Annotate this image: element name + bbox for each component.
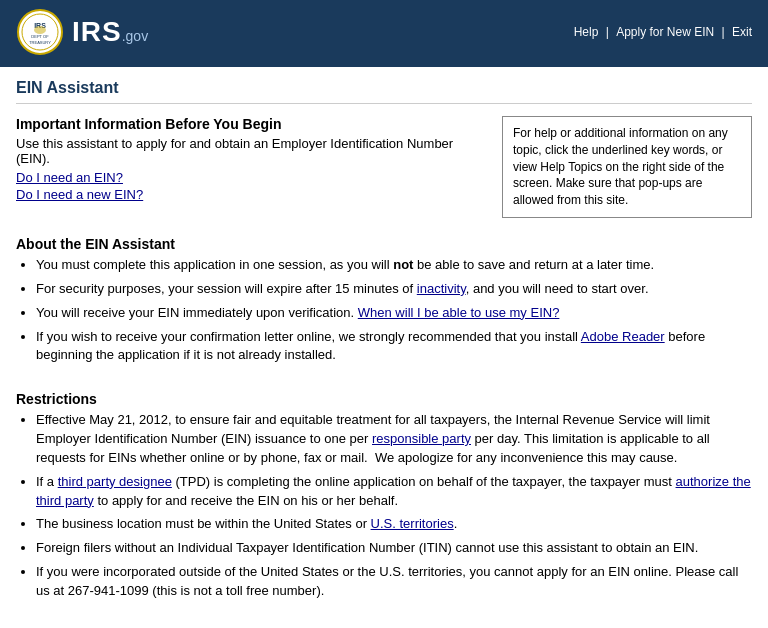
svg-text:DEPT OF: DEPT OF bbox=[31, 34, 49, 39]
gov-text: .gov bbox=[122, 28, 148, 44]
header: IRS DEPT OF TREASURY IRS.gov Help | Appl… bbox=[0, 0, 768, 64]
apply-ein-link[interactable]: Apply for New EIN bbox=[616, 25, 714, 39]
list-item: For security purposes, your session will… bbox=[36, 280, 752, 299]
list-item: The business location must be within the… bbox=[36, 515, 752, 534]
us-territories-link[interactable]: U.S. territories bbox=[371, 516, 454, 531]
svg-text:TREASURY: TREASURY bbox=[29, 40, 51, 45]
inactivity-link[interactable]: inactivity bbox=[417, 281, 466, 296]
irs-logo-text: IRS bbox=[72, 16, 122, 47]
list-item: If a third party designee (TPD) is compl… bbox=[36, 473, 752, 511]
list-item: If you were incorporated outside of the … bbox=[36, 563, 752, 601]
header-nav: Help | Apply for New EIN | Exit bbox=[574, 25, 752, 39]
irs-seal-icon: IRS DEPT OF TREASURY bbox=[16, 8, 64, 56]
list-item: Effective May 21, 2012, to ensure fair a… bbox=[36, 411, 752, 468]
important-section: Important Information Before You Begin U… bbox=[16, 116, 482, 202]
about-bullets: You must complete this application in on… bbox=[36, 256, 752, 365]
about-section: About the EIN Assistant You must complet… bbox=[16, 236, 752, 373]
help-box: For help or additional information on an… bbox=[502, 116, 752, 218]
list-item: If you wish to receive your confirmation… bbox=[36, 328, 752, 366]
help-link[interactable]: Help bbox=[574, 25, 599, 39]
exit-link[interactable]: Exit bbox=[732, 25, 752, 39]
top-section: Important Information Before You Begin U… bbox=[16, 116, 752, 218]
restrictions-title: Restrictions bbox=[16, 391, 752, 407]
when-ein-link[interactable]: When will I be able to use my EIN? bbox=[358, 305, 560, 320]
responsible-party-link[interactable]: responsible party bbox=[372, 431, 471, 446]
page-title: EIN Assistant bbox=[16, 79, 752, 104]
main-content: Important Information Before You Begin U… bbox=[16, 116, 752, 628]
list-item: Foreign filers without an Individual Tax… bbox=[36, 539, 752, 558]
do-i-need-ein-link[interactable]: Do I need an EIN? bbox=[16, 170, 123, 185]
important-title: Important Information Before You Begin bbox=[16, 116, 482, 132]
intro-text: Use this assistant to apply for and obta… bbox=[16, 136, 482, 166]
about-title: About the EIN Assistant bbox=[16, 236, 752, 252]
third-party-designee-link[interactable]: third party designee bbox=[58, 474, 172, 489]
do-i-need-new-ein-link[interactable]: Do I need a new EIN? bbox=[16, 187, 143, 202]
list-item: You will receive your EIN immediately up… bbox=[36, 304, 752, 323]
svg-point-5 bbox=[34, 26, 46, 34]
restrictions-bullets: Effective May 21, 2012, to ensure fair a… bbox=[36, 411, 752, 601]
logo-area: IRS DEPT OF TREASURY IRS.gov bbox=[16, 8, 148, 56]
list-item: You must complete this application in on… bbox=[36, 256, 752, 275]
adobe-reader-link[interactable]: Adobe Reader bbox=[581, 329, 665, 344]
restrictions-section: Restrictions Effective May 21, 2012, to … bbox=[16, 383, 752, 609]
page-container: EIN Assistant Important Information Befo… bbox=[0, 64, 768, 628]
